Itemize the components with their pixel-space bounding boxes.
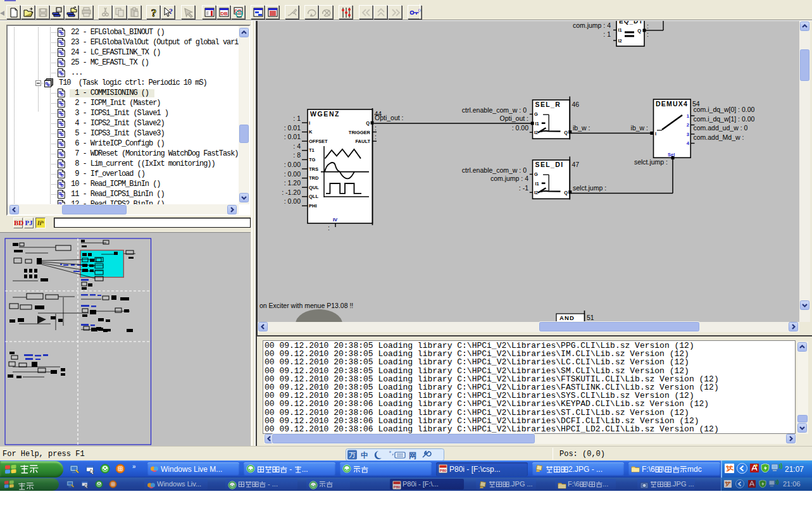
svg-text:com.add_Md_w :: com.add_Md_w : [694,133,744,141]
svg-text:: -1: : -1 [519,184,528,192]
svg-text:I: I [655,131,656,137]
svg-text:: 4: : 4 [293,142,301,150]
svg-text:TRS: TRS [309,166,318,172]
svg-text:Opti_out :: Opti_out : [499,114,528,122]
svg-text:OFFSET: OFFSET [309,139,328,144]
svg-text:SEL_R: SEL_R [535,101,561,108]
svg-text:: 1: : 1 [603,30,611,38]
svg-text:selct.jump :: selct.jump : [573,184,606,192]
svg-text:Opti_out :: Opti_out : [375,114,404,121]
svg-text:?: ? [169,7,173,16]
svg-text:: 8: : 8 [293,151,301,159]
svg-text:G: G [534,111,538,117]
svg-text:ctrl.enable_com_w : 0: ctrl.enable_com_w : 0 [462,166,527,174]
svg-text:1: 1 [687,113,689,119]
svg-text:46: 46 [572,101,580,108]
svg-text:: 0.00: : 0.00 [284,161,301,168]
svg-text:selct.jump :: selct.jump : [634,158,668,166]
svg-text:DB: DB [220,11,228,16]
svg-text:TRIGGER: TRIGGER [349,130,371,135]
svg-text:com.add_ud_w : 0: com.add_ud_w : 0 [694,124,748,132]
svg-text:ib_w :: ib_w : [573,124,590,132]
svg-text:51: 51 [587,314,594,321]
svg-text::: : [375,124,377,132]
svg-text:: 1.20: : 1.20 [284,179,301,187]
svg-text:ctrl.enable_com_w : 0: ctrl.enable_com_w : 0 [462,106,527,114]
svg-text::: : [647,22,649,30]
svg-text::: : [328,224,330,231]
svg-text:: 0.00: : 0.00 [284,197,301,205]
svg-text:ib_w :: ib_w : [631,124,648,132]
svg-text:I1: I1 [535,181,539,187]
svg-text:IV: IV [333,217,337,223]
svg-text:: 0.00: : 0.00 [284,170,301,178]
svg-text:com.i_dq_w[1] : 0.00: com.i_dq_w[1] : 0.00 [694,115,755,123]
svg-text:TRD: TRD [309,175,319,181]
svg-text:AND: AND [559,314,575,321]
svg-text:I1: I1 [535,121,539,126]
svg-text::: : [375,133,377,140]
svg-text:FAULT: FAULT [355,139,370,144]
svg-text:47: 47 [572,161,580,168]
svg-text::: : [647,30,649,38]
svg-text:DEMUX4: DEMUX4 [656,100,688,108]
svg-text:on Exciter with menue P13.08 !: on Exciter with menue P13.08 !! [259,302,353,309]
svg-text:网: 网 [409,451,416,460]
svg-text:SEL_DI: SEL_DI [535,161,564,168]
svg-text:Q: Q [366,120,370,126]
svg-text:EQ_DT: EQ_DT [619,21,643,25]
svg-text:PHI: PHI [309,203,317,209]
svg-text:I2: I2 [618,38,622,44]
svg-text:com.jump : 4: com.jump : 4 [490,175,528,182]
svg-text:WGENZ: WGENZ [310,110,340,118]
svg-text:: -1.20: : -1.20 [282,188,301,196]
svg-text:T1: T1 [309,147,315,153]
svg-text:I2: I2 [534,130,538,135]
svg-text:: 0.01: : 0.01 [284,133,301,140]
svg-text:I2: I2 [534,190,538,195]
svg-text:Q: Q [637,28,641,34]
svg-text:?: ? [151,7,157,19]
svg-text:: 1: : 1 [293,114,301,122]
svg-text:: 0.01: : 0.01 [284,124,301,132]
svg-text:I: I [309,120,310,126]
svg-text:P80: P80 [440,469,447,472]
svg-text:: 0.00: : 0.00 [512,124,528,132]
svg-text:QLL: QLL [309,194,318,199]
svg-text:QUL: QUL [309,185,319,190]
svg-text:2: 2 [687,122,689,128]
svg-text:com.jump : 4: com.jump : 4 [573,22,611,29]
svg-text:K: K [309,129,313,135]
svg-text:万: 万 [349,451,356,459]
svg-text:com.i_dq_w[0] : 0.00: com.i_dq_w[0] : 0.00 [694,106,755,113]
svg-text:G: G [534,171,538,177]
svg-text:I1: I1 [618,27,622,33]
svg-text:中: 中 [361,451,368,460]
svg-text:TG: TG [309,157,316,163]
svg-text:3: 3 [687,132,689,137]
svg-text:Q: Q [564,190,568,195]
svg-text:Q: Q [564,130,568,135]
svg-text:°,: °, [389,450,395,456]
